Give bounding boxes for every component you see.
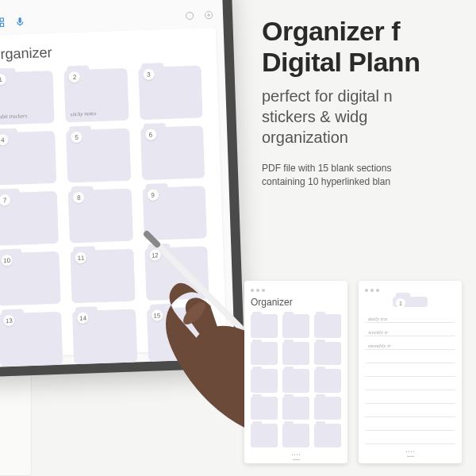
- svg-point-7: [186, 12, 193, 19]
- line-row: [365, 408, 455, 417]
- mini-folder: [251, 424, 278, 447]
- preview-section-page: 1 daily traweekly trmonthly tr • • • •━━…: [359, 281, 462, 463]
- mini-folder: [282, 369, 309, 393]
- organizer-page: Organizer 1 habit trackers 2 sticky note…: [0, 28, 227, 358]
- folder[interactable]: 4: [0, 131, 57, 186]
- svg-rect-3: [0, 18, 3, 21]
- line-row: [365, 381, 455, 390]
- circle-icon[interactable]: [185, 11, 194, 21]
- folder-number: 6: [145, 129, 156, 140]
- mini-folder: [314, 424, 341, 447]
- mini-folder: [251, 342, 278, 366]
- headline: Organizer f Digital Plann: [262, 16, 476, 78]
- line-row: daily tra: [365, 313, 455, 323]
- line-row: [365, 421, 455, 431]
- line-row: [365, 354, 455, 363]
- mini-folder: [314, 314, 341, 338]
- preview-nav-dots: [365, 289, 455, 292]
- svg-rect-5: [0, 23, 3, 26]
- preview-organizer-page: Organizer • • • •━━━: [244, 281, 347, 463]
- preview-footer: • • • •━━━: [365, 449, 455, 459]
- folder[interactable]: 2 sticky notes: [64, 68, 129, 123]
- folder[interactable]: 15: [147, 307, 212, 362]
- folder[interactable]: 3: [138, 65, 203, 120]
- grid-icon[interactable]: [0, 17, 5, 28]
- folder[interactable]: 8: [68, 189, 133, 244]
- folder-grid: 1 habit trackers 2 sticky notes 3 4 5 6 …: [0, 65, 211, 367]
- mini-folder: [314, 397, 341, 420]
- folder[interactable]: 11: [71, 249, 136, 304]
- preview-folder-grid: [251, 314, 341, 447]
- tablet-device-mockup: ••• ✕ Organizer 1 habit trackers 2 stick…: [0, 0, 245, 378]
- mini-folder: [251, 369, 278, 393]
- preview-line-list: daily traweekly trmonthly tr: [365, 313, 455, 444]
- mini-folder: [314, 342, 341, 366]
- tablet-screen: ••• ✕ Organizer 1 habit trackers 2 stick…: [0, 0, 235, 368]
- mini-folder: [314, 369, 341, 393]
- description: PDF file with 15 blank sections containi…: [262, 162, 476, 189]
- svg-rect-6: [18, 17, 21, 23]
- line-row: [365, 435, 455, 444]
- page-title: Organizer: [0, 39, 201, 63]
- folder[interactable]: 12: [144, 247, 209, 301]
- marketing-copy: Organizer f Digital Plann perfect for di…: [262, 16, 476, 189]
- folder[interactable]: 5: [66, 129, 131, 183]
- preview-footer: • • • •━━━: [251, 452, 341, 462]
- folder[interactable]: 7: [0, 191, 59, 246]
- preview-folder-icon: 1: [393, 297, 428, 307]
- folder-number: 3: [143, 69, 154, 80]
- folder[interactable]: 6: [140, 126, 205, 181]
- line-row: monthly tr: [365, 340, 455, 350]
- preview-folder-number: 1: [396, 298, 405, 308]
- add-icon[interactable]: [204, 10, 213, 20]
- folder[interactable]: 9: [142, 186, 207, 241]
- pen-icon[interactable]: [160, 0, 171, 1]
- preview-thumbnails: Organizer • • • •━━━ 1 daily traweekly t…: [244, 281, 462, 463]
- folder[interactable]: 10: [0, 251, 61, 306]
- mini-folder: [282, 314, 309, 338]
- line-row: weekly tr: [365, 327, 455, 336]
- folder[interactable]: 13: [0, 312, 63, 367]
- preview-nav-dots: [251, 289, 341, 292]
- mini-folder: [282, 397, 309, 420]
- subheadline: perfect for digital n stickers & widg or…: [262, 86, 476, 148]
- mini-folder: [251, 397, 278, 420]
- folder[interactable]: 14: [72, 309, 137, 364]
- line-row: [365, 367, 455, 377]
- mini-folder: [282, 342, 309, 366]
- mini-folder: [251, 314, 278, 338]
- preview-title: Organizer: [251, 297, 341, 308]
- mini-folder: [282, 424, 309, 447]
- mic-icon[interactable]: [14, 16, 25, 27]
- folder[interactable]: 1 habit trackers: [0, 71, 55, 125]
- line-row: [365, 394, 455, 404]
